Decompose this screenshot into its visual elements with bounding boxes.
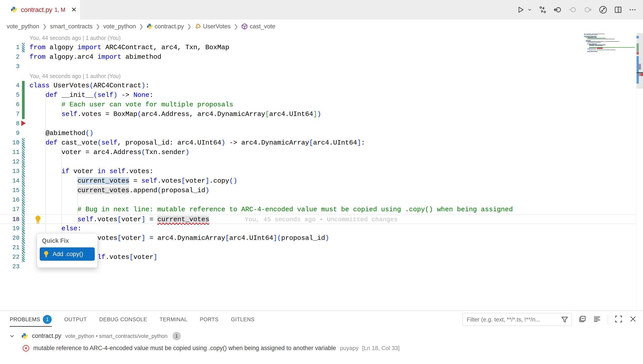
line-number: 6 bbox=[16, 100, 20, 110]
gutter[interactable]: 23 bbox=[0, 262, 30, 272]
code-line-2[interactable]: 2from algopy.arc4 import abimethod bbox=[0, 52, 643, 62]
line-number: 2 bbox=[16, 52, 20, 62]
code-line-15[interactable]: 15 current_votes.append(proposal_id) bbox=[0, 186, 643, 195]
code-line-19[interactable]: 19 else: bbox=[0, 224, 643, 234]
breadcrumb-item-vote_python[interactable]: vote_python bbox=[103, 23, 136, 30]
commit-graph-icon[interactable] bbox=[599, 5, 607, 14]
inline-blame-annotation: You, 45 seconds ago • Uncommitted change… bbox=[245, 216, 398, 223]
code-text: current_votes = self.votes[voter].copy() bbox=[30, 176, 643, 186]
gutter[interactable] bbox=[0, 33, 30, 43]
bottom-panel: PROBLEMS1OUTPUTDEBUG CONSOLETERMINALPORT… bbox=[0, 310, 643, 364]
gutter[interactable]: 7 bbox=[0, 110, 30, 119]
panel-tab-terminal[interactable]: TERMINAL bbox=[160, 311, 187, 328]
gutter[interactable]: 15 bbox=[0, 186, 30, 195]
overview-ruler-mark bbox=[636, 52, 639, 54]
panel-tab-output[interactable]: OUTPUT bbox=[64, 311, 87, 328]
code-line-1[interactable]: 1from algopy import ARC4Contract, arc4, … bbox=[0, 43, 643, 52]
gutter[interactable]: 17 bbox=[0, 205, 30, 214]
breadcrumb-separator: ❯ bbox=[234, 23, 238, 30]
quick-fix-lightbulb-icon[interactable] bbox=[34, 215, 42, 224]
line-number: 4 bbox=[16, 81, 20, 90]
breadcrumb-separator: ❯ bbox=[139, 23, 144, 30]
breadcrumb-item-smart_contracts[interactable]: smart_contracts bbox=[50, 23, 93, 30]
next-change-icon[interactable] bbox=[583, 6, 592, 14]
panel-tab-gitlens[interactable]: GITLENS bbox=[231, 311, 254, 328]
problems-filter-input[interactable] bbox=[467, 316, 561, 323]
close-panel-icon[interactable] bbox=[629, 315, 637, 324]
code-line-3[interactable]: 3 bbox=[0, 62, 643, 72]
code-line-6[interactable]: 6 # Each user can vote for multiple prop… bbox=[0, 100, 643, 110]
method-symbol-icon bbox=[241, 23, 248, 30]
gutter[interactable]: 1 bbox=[0, 43, 30, 52]
gutter-modified-marker bbox=[22, 167, 25, 176]
code-line-4[interactable]: 4class UserVotes(ARC4Contract): bbox=[0, 81, 643, 90]
split-editor-icon[interactable] bbox=[614, 6, 622, 14]
gutter[interactable]: 13 bbox=[0, 167, 30, 176]
run-dropdown-icon[interactable] bbox=[527, 7, 532, 12]
gutter[interactable]: 2 bbox=[0, 52, 30, 62]
code-line-7[interactable]: 7 self.votes = BoxMap(arc4.Address, arc4… bbox=[0, 110, 643, 119]
gitlens-blame-row: You, 44 seconds ago | 1 author (You) bbox=[0, 72, 643, 81]
error-source: puyapy bbox=[340, 345, 359, 352]
tab-close-icon[interactable]: ✕ bbox=[71, 6, 77, 13]
open-changes-icon[interactable] bbox=[539, 6, 547, 14]
gutter-modified-marker bbox=[22, 148, 25, 157]
minimap[interactable] bbox=[583, 34, 636, 91]
go-back-icon[interactable] bbox=[553, 6, 562, 14]
gutter[interactable]: 16 bbox=[0, 195, 30, 205]
breadcrumb-item-vote_python[interactable]: vote_python bbox=[7, 23, 39, 30]
gutter[interactable]: 3 bbox=[0, 62, 30, 72]
breadcrumb-item-contract.py[interactable]: contract.py bbox=[147, 23, 184, 30]
maximize-panel-icon[interactable] bbox=[614, 315, 622, 324]
collapse-all-icon[interactable] bbox=[578, 315, 586, 324]
tab-contract-py[interactable]: contract.py 1, M ✕ bbox=[0, 0, 80, 20]
quick-fix-add-copy-action[interactable]: Add .copy() bbox=[40, 248, 95, 261]
gutter[interactable]: 18 bbox=[0, 215, 30, 224]
code-line-11[interactable]: 11 voter = arc4.Address(Txn.sender) bbox=[0, 148, 643, 157]
problems-file-row[interactable]: contract.py vote_python • smart_contract… bbox=[0, 330, 643, 342]
gutter[interactable]: 14 bbox=[0, 176, 30, 186]
gutter[interactable]: 4 bbox=[0, 81, 30, 90]
blame-annotation: You, 44 seconds ago | 1 author (You) bbox=[30, 72, 643, 81]
code-line-8[interactable]: 8 bbox=[0, 119, 643, 128]
gutter[interactable]: 10 bbox=[0, 138, 30, 148]
gutter[interactable]: 9 bbox=[0, 128, 30, 138]
code-line-13[interactable]: 13 if voter in self.votes: bbox=[0, 167, 643, 176]
chevron-down-icon[interactable] bbox=[9, 333, 15, 339]
code-line-10[interactable]: 10 def cast_vote(self, proposal_id: arc4… bbox=[0, 138, 643, 148]
code-line-9[interactable]: 9 @abimethod() bbox=[0, 128, 643, 138]
gutter[interactable]: 5 bbox=[0, 90, 30, 100]
code-line-5[interactable]: 5 def __init__(self) -> None: bbox=[0, 90, 643, 100]
line-number: 10 bbox=[13, 138, 20, 148]
gutter[interactable]: 20 bbox=[0, 234, 30, 243]
minimap-line bbox=[583, 50, 636, 51]
code-line-16[interactable]: 16 bbox=[0, 195, 643, 205]
gutter[interactable]: 22 bbox=[0, 252, 30, 262]
code-line-18[interactable]: 18 self.votes[voter] = current_votesYou,… bbox=[0, 214, 643, 224]
overview-ruler-mark bbox=[636, 72, 643, 73]
code-line-14[interactable]: 14 current_votes = self.votes[voter].cop… bbox=[0, 176, 643, 186]
breadcrumb-item-UserVotes[interactable]: UserVotes bbox=[195, 23, 231, 30]
code-text: class UserVotes(ARC4Contract): bbox=[30, 81, 643, 90]
panel-tab-ports[interactable]: PORTS bbox=[200, 311, 219, 328]
code-line-12[interactable]: 12 bbox=[0, 157, 643, 167]
panel-tab-debug-console[interactable]: DEBUG CONSOLE bbox=[99, 311, 147, 328]
previous-change-icon[interactable] bbox=[568, 6, 577, 14]
gutter[interactable]: 21 bbox=[0, 243, 30, 252]
run-python-file-icon[interactable] bbox=[517, 6, 524, 14]
gutter[interactable]: 19 bbox=[0, 224, 30, 234]
gutter[interactable]: 11 bbox=[0, 148, 30, 157]
view-as-table-icon[interactable] bbox=[593, 315, 601, 324]
gutter[interactable]: 6 bbox=[0, 100, 30, 110]
code-editor[interactable]: You, 44 seconds ago | 1 author (You)1fro… bbox=[0, 33, 643, 310]
error-location: [Ln 18, Col 33] bbox=[362, 345, 400, 352]
breadcrumb-separator: ❯ bbox=[42, 23, 47, 30]
more-actions-icon[interactable] bbox=[629, 6, 636, 14]
breadcrumb-item-cast_vote[interactable]: cast_vote bbox=[241, 23, 275, 30]
gutter[interactable]: 12 bbox=[0, 157, 30, 167]
panel-tab-problems[interactable]: PROBLEMS1 bbox=[10, 311, 52, 328]
problems-error-row[interactable]: mutable reference to ARC-4-encoded value… bbox=[0, 342, 643, 354]
code-line-17[interactable]: 17 # Bug in next line: mutable reference… bbox=[0, 205, 643, 214]
gutter[interactable] bbox=[0, 72, 30, 81]
code-text: self.votes[voter] = current_votesYou, 45… bbox=[30, 215, 643, 224]
